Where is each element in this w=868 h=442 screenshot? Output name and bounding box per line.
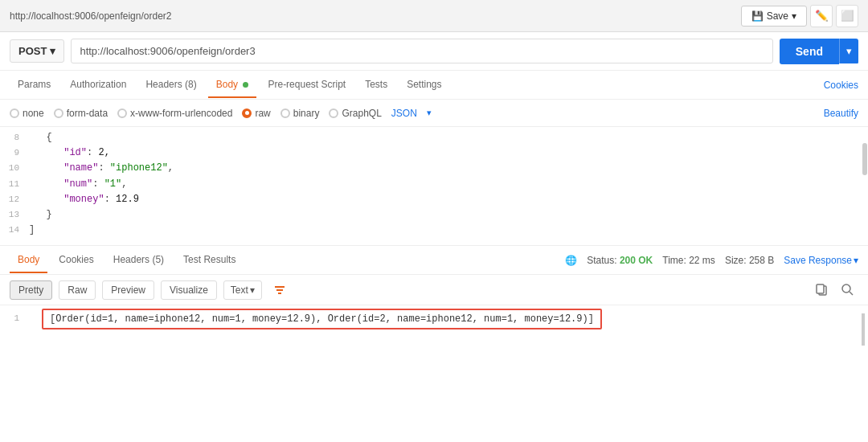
response-content: [Order(id=1, name=iphone12, num=1, money… (42, 309, 602, 329)
edit-icon-button[interactable]: ✏️ (810, 5, 833, 27)
body-options: none form-data x-www-form-urlencoded raw… (0, 100, 868, 127)
copy-response-button[interactable] (810, 279, 833, 301)
resp-tab-body[interactable]: Body (10, 248, 47, 273)
radio-raw (242, 108, 252, 118)
text-format-chevron-icon: ▾ (250, 284, 255, 296)
resize-handle[interactable] (862, 305, 868, 333)
code-line-9: 9 "id": 2, (0, 145, 868, 161)
radio-graphql (329, 108, 338, 118)
response-line-1: 1 [Order(id=1, name=iphone12, num=1, mon… (0, 312, 868, 326)
response-tabs-bar: Body Cookies Headers (5) Test Results 🌐 … (0, 246, 868, 275)
method-label: POST (18, 45, 47, 57)
code-line-8: 8 { (0, 130, 868, 145)
svg-line-6 (850, 292, 853, 295)
response-status: 🌐 Status: 200 OK Time: 22 ms Size: 258 B… (565, 255, 858, 266)
top-bar: http://localhost:9006/openfeign/order2 💾… (0, 0, 868, 32)
save-label: Save (767, 10, 788, 22)
tab-tests[interactable]: Tests (357, 72, 395, 98)
filter-icon-button[interactable] (268, 279, 291, 301)
url-bar: POST ▾ Send ▾ (0, 32, 868, 71)
request-body-editor[interactable]: 8 { 9 "id": 2, 10 "name": "iphone12", 11… (0, 127, 868, 246)
send-button[interactable]: Send (780, 39, 839, 64)
method-chevron-icon: ▾ (50, 45, 55, 57)
size-label: Size: 258 B (725, 255, 774, 266)
globe-icon: 🌐 (565, 255, 577, 266)
response-line-number: 1 (0, 313, 29, 323)
code-line-11: 11 "num": "1", (0, 177, 868, 192)
option-graphql[interactable]: GraphQL (329, 108, 381, 119)
tab-body[interactable]: Body (208, 72, 257, 98)
beautify-button[interactable]: Beautify (824, 108, 858, 119)
radio-binary (280, 108, 290, 118)
fmt-pretty-button[interactable]: Pretty (10, 280, 52, 300)
copy-icon: ⬜ (841, 10, 854, 22)
tab-settings[interactable]: Settings (399, 72, 449, 98)
json-type-label[interactable]: JSON (391, 108, 417, 119)
search-response-button[interactable] (836, 279, 858, 301)
svg-rect-4 (817, 284, 824, 293)
code-line-12: 12 "money": 12.9 (0, 192, 868, 207)
cookies-right-link[interactable]: Cookies (824, 80, 858, 91)
fmt-visualize-button[interactable]: Visualize (161, 280, 217, 300)
radio-urlencoded (117, 108, 127, 118)
method-select[interactable]: POST ▾ (10, 39, 64, 63)
code-line-14: 14 ] (0, 223, 868, 238)
save-response-button[interactable]: Save Response ▾ (784, 255, 858, 266)
fmt-raw-button[interactable]: Raw (59, 280, 96, 300)
resp-tab-test-results[interactable]: Test Results (175, 248, 244, 273)
send-arrow-button[interactable]: ▾ (839, 39, 858, 63)
save-icon: 💾 (751, 10, 764, 22)
radio-none (10, 108, 19, 118)
editor-scrollbar[interactable] (862, 127, 868, 245)
top-bar-url: http://localhost:9006/openfeign/order2 (10, 10, 171, 22)
top-bar-actions: 💾 Save ▾ ✏️ ⬜ (741, 5, 858, 27)
request-tabs: Params Authorization Headers (8) Body Pr… (0, 71, 868, 100)
option-binary[interactable]: binary (280, 108, 320, 119)
code-line-10: 10 "name": "iphone12", (0, 161, 868, 176)
save-chevron-icon: ▾ (792, 10, 796, 22)
tab-params[interactable]: Params (10, 72, 59, 98)
response-format-bar: Pretty Raw Preview Visualize Text ▾ (0, 275, 868, 305)
status-value: 200 OK (620, 255, 653, 266)
option-form-data[interactable]: form-data (54, 108, 108, 119)
url-input[interactable] (71, 39, 772, 63)
copy-response-icon (815, 284, 828, 297)
status-label: Status: 200 OK (587, 255, 653, 266)
search-icon (841, 284, 854, 296)
tab-prerequest[interactable]: Pre-request Script (260, 72, 354, 98)
json-chevron-icon[interactable]: ▾ (427, 108, 432, 118)
tab-headers[interactable]: Headers (8) (137, 72, 204, 98)
time-label: Time: 22 ms (662, 255, 715, 266)
save-response-chevron-icon: ▾ (854, 255, 858, 266)
radio-form-data (54, 108, 63, 118)
send-chevron-icon: ▾ (846, 45, 852, 57)
send-button-group: Send ▾ (780, 39, 858, 64)
save-button[interactable]: 💾 Save ▾ (741, 6, 807, 27)
resp-tab-cookies[interactable]: Cookies (51, 248, 101, 273)
fmt-preview-button[interactable]: Preview (102, 280, 154, 300)
option-none[interactable]: none (10, 108, 44, 119)
edit-icon: ✏️ (815, 10, 829, 22)
resp-tab-headers[interactable]: Headers (5) (105, 248, 172, 273)
body-active-dot (243, 82, 248, 88)
response-icon-buttons (810, 279, 858, 301)
fmt-text-select[interactable]: Text ▾ (223, 280, 262, 300)
tab-authorization[interactable]: Authorization (62, 72, 134, 98)
code-line-13: 13 } (0, 207, 868, 223)
option-urlencoded[interactable]: x-www-form-urlencoded (117, 108, 232, 119)
copy-icon-button[interactable]: ⬜ (836, 5, 858, 27)
option-raw[interactable]: raw (242, 108, 270, 119)
svg-point-5 (842, 284, 850, 293)
filter-icon (273, 284, 286, 296)
response-body: 1 [Order(id=1, name=iphone12, num=1, mon… (0, 305, 868, 333)
